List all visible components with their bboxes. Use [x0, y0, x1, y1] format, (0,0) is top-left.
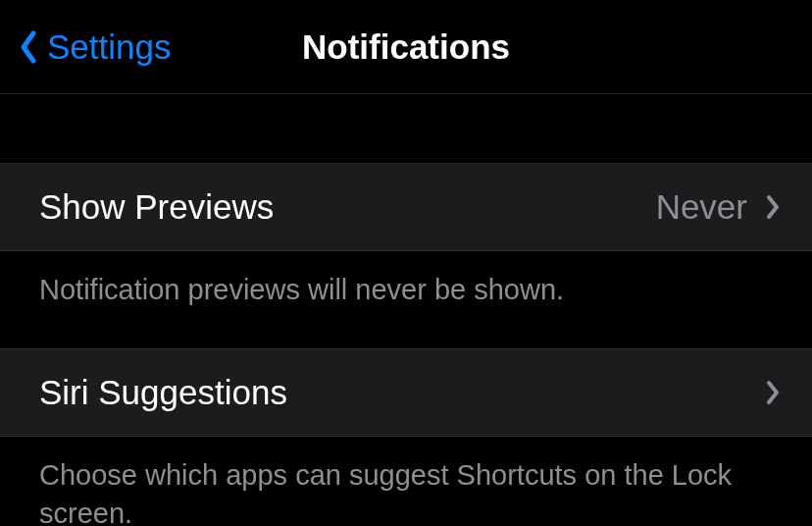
siri-suggestions-label: Siri Suggestions	[39, 373, 765, 412]
section-spacer	[0, 339, 812, 348]
show-previews-footer: Notification previews will never be show…	[0, 251, 812, 339]
back-button-label: Settings	[47, 27, 171, 67]
page-title: Notifications	[302, 27, 510, 67]
show-previews-row[interactable]: Show Previews Never	[0, 163, 812, 251]
navigation-header: Settings Notifications	[0, 0, 812, 94]
siri-suggestions-row[interactable]: Siri Suggestions	[0, 348, 812, 437]
back-button[interactable]: Settings	[0, 27, 171, 67]
show-previews-value: Never	[656, 187, 747, 227]
show-previews-label: Show Previews	[39, 187, 656, 227]
chevron-left-icon	[18, 29, 39, 65]
siri-suggestions-footer: Choose which apps can suggest Shortcuts …	[0, 437, 812, 526]
section-spacer	[0, 94, 812, 163]
chevron-right-icon	[765, 379, 781, 406]
chevron-right-icon	[765, 193, 781, 221]
